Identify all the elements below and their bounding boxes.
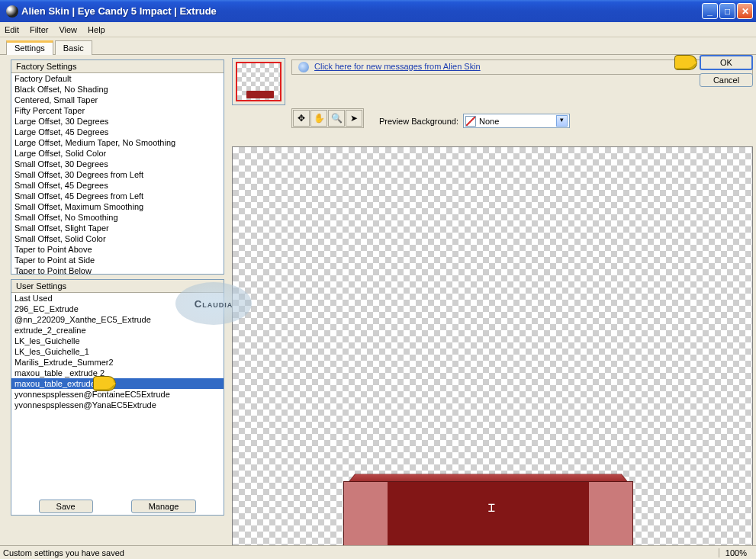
menu-edit[interactable]: Edit: [5, 25, 19, 34]
preview-area[interactable]: Ꮖ: [232, 146, 753, 557]
factory-settings-panel: Factory Settings Factory DefaultBlack Of…: [11, 59, 224, 275]
preview-bg-value: None: [479, 117, 499, 126]
thumbnail-preview[interactable]: [236, 62, 281, 101]
user-item[interactable]: extrude_2_crealine: [11, 325, 224, 336]
user-item[interactable]: LK_les_Guichelle: [11, 336, 224, 346]
factory-settings-scroll[interactable]: Factory DefaultBlack Offset, No ShadingC…: [11, 73, 224, 274]
factory-item[interactable]: Large Offset, Medium Taper, No Smoothing: [11, 137, 224, 148]
factory-item[interactable]: Black Offset, No Shading: [11, 84, 224, 95]
user-item[interactable]: yvonnespsplessen@FontaineEC5Extrude: [11, 389, 224, 400]
user-settings-panel: User Settings Last Used296_EC_Extrude@nn…: [11, 279, 224, 516]
user-item[interactable]: maxou_table _extrude 2: [11, 368, 224, 378]
factory-item[interactable]: Large Offset, Solid Color: [11, 148, 224, 159]
factory-item[interactable]: Fifty Percent Taper: [11, 105, 224, 116]
save-button[interactable]: Save: [39, 500, 93, 513]
none-swatch-icon: [465, 116, 476, 127]
extrude-shape: Ꮖ: [343, 464, 633, 548]
ok-button[interactable]: OK: [700, 55, 753, 70]
close-button[interactable]: ✕: [737, 3, 753, 19]
globe-icon: [298, 62, 309, 72]
factory-item[interactable]: Large Offset, 30 Degrees: [11, 116, 224, 127]
user-item[interactable]: yvonnespsplessen@YanaEC5Extrude: [11, 400, 224, 410]
user-item[interactable]: 296_EC_Extrude: [11, 304, 224, 314]
preview-bg-label: Preview Background:: [379, 117, 458, 126]
factory-item[interactable]: Small Offset, Solid Color: [11, 233, 224, 244]
user-item[interactable]: Last Used: [11, 293, 224, 304]
status-bar: Custom settings you have saved 100%: [0, 545, 756, 559]
hand-tool-icon[interactable]: ✋: [310, 110, 327, 127]
user-item[interactable]: Marilis_Extrude_Summer2: [11, 357, 224, 368]
user-settings-scroll[interactable]: Last Used296_EC_Extrude@nn_220209_Xanthe…: [11, 293, 224, 496]
thumbnail-frame: [232, 58, 285, 105]
factory-item[interactable]: Small Offset, 45 Degrees from Left: [11, 191, 224, 201]
factory-item[interactable]: Small Offset, Slight Taper: [11, 223, 224, 233]
factory-settings-header: Factory Settings: [11, 60, 224, 73]
factory-item[interactable]: Taper to Point Below: [11, 265, 224, 274]
titlebar: Alien Skin | Eye Candy 5 Impact | Extrud…: [0, 0, 756, 22]
app-icon: [6, 5, 18, 18]
minimize-button[interactable]: _: [702, 3, 718, 19]
factory-item[interactable]: Small Offset, 30 Degrees from Left: [11, 169, 224, 180]
move-tool-icon[interactable]: ✥: [293, 110, 310, 127]
thumbnail-shape: [246, 91, 274, 98]
window-buttons: _ □ ✕: [702, 3, 753, 19]
menu-filter[interactable]: Filter: [30, 25, 48, 34]
user-settings-header: User Settings: [11, 280, 224, 293]
tab-settings[interactable]: Settings: [6, 40, 53, 55]
window-title: Alien Skin | Eye Candy 5 Impact | Extrud…: [21, 5, 702, 17]
zoom-tool-icon[interactable]: 🔍: [328, 110, 345, 127]
preview-bg-select[interactable]: None ▾: [463, 114, 570, 128]
factory-item[interactable]: Small Offset, No Smoothing: [11, 212, 224, 223]
factory-item[interactable]: Taper to Point Above: [11, 244, 224, 255]
cancel-button[interactable]: Cancel: [700, 73, 753, 87]
factory-item[interactable]: Large Offset, 45 Degrees: [11, 127, 224, 137]
maximize-button[interactable]: □: [719, 3, 735, 19]
text-cursor-icon: Ꮖ: [488, 503, 495, 515]
toolstrip: ✥ ✋ 🔍 ➤: [291, 108, 364, 128]
message-box: Click here for new messages from Alien S…: [291, 59, 753, 75]
user-item[interactable]: LK_les_Guichelle_1: [11, 346, 224, 357]
factory-item[interactable]: Taper to Point at Side: [11, 255, 224, 265]
menu-help[interactable]: Help: [88, 25, 105, 34]
factory-item[interactable]: Small Offset, 45 Degrees: [11, 180, 224, 191]
menu-view[interactable]: View: [59, 25, 77, 34]
factory-item[interactable]: Factory Default: [11, 73, 224, 84]
menubar: Edit Filter View Help: [0, 22, 756, 37]
chevron-down-icon: ▾: [556, 115, 568, 127]
tab-row: Settings Basic: [0, 37, 756, 55]
zoom-level: 100%: [719, 548, 753, 557]
status-text: Custom settings you have saved: [3, 548, 124, 557]
pointer-tool-icon[interactable]: ➤: [346, 110, 362, 127]
manage-button[interactable]: Manage: [131, 500, 197, 513]
tab-basic[interactable]: Basic: [55, 40, 92, 55]
factory-item[interactable]: Small Offset, 30 Degrees: [11, 159, 224, 169]
factory-item[interactable]: Centered, Small Taper: [11, 95, 224, 105]
user-item[interactable]: maxou_table_extrude: [11, 378, 224, 389]
factory-item[interactable]: Small Offset, Maximum Smoothing: [11, 201, 224, 212]
user-item[interactable]: @nn_220209_Xanthe_EC5_Extrude: [11, 314, 224, 325]
messages-link[interactable]: Click here for new messages from Alien S…: [314, 62, 481, 71]
